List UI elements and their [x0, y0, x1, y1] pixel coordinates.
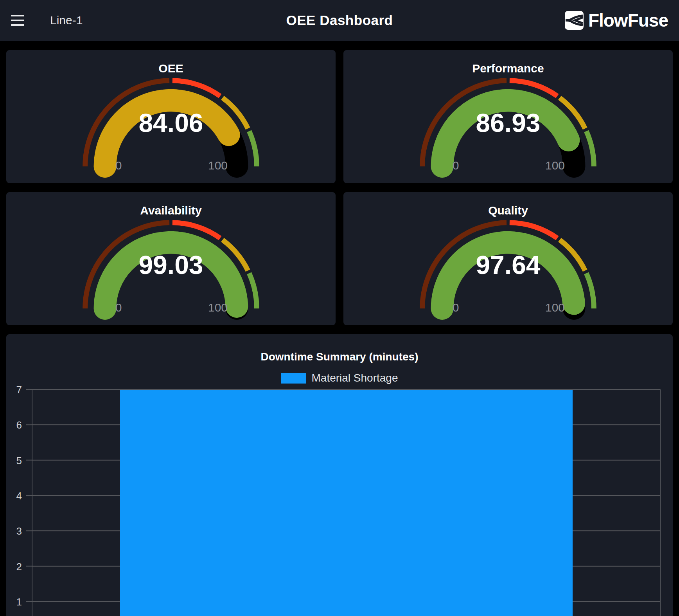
- page-title: OEE Dashboard: [286, 13, 393, 28]
- hamburger-icon: [11, 15, 24, 16]
- y-tick-label: 5: [16, 455, 22, 467]
- downtime-bar[interactable]: [120, 390, 573, 616]
- gauge-max-label: 100: [208, 159, 228, 172]
- y-tick-label: 1: [16, 596, 22, 608]
- chart-legend: Material Shortage: [6, 372, 673, 384]
- flowfuse-icon: [565, 11, 584, 30]
- gauge-value: 99.03: [6, 250, 336, 280]
- legend-item-material-shortage[interactable]: Material Shortage: [281, 372, 398, 384]
- gauge-min-label: 0: [453, 159, 459, 172]
- gauge-min-label: 0: [115, 301, 122, 314]
- gauge-value: 86.93: [343, 108, 673, 138]
- gauge-max-label: 100: [208, 301, 228, 314]
- flowfuse-logo: FlowFuse: [565, 10, 668, 31]
- gauge-card-availability: Availability 99.03 0 100: [6, 192, 336, 325]
- line-label: Line-1: [50, 14, 83, 27]
- gauge-max-label: 100: [545, 159, 565, 172]
- brand-name: FlowFuse: [588, 10, 668, 31]
- gauge-card-quality: Quality 97.64 0 100: [343, 192, 673, 325]
- app-header: Line-1 OEE Dashboard FlowFuse: [0, 0, 679, 41]
- downtime-chart-card: 7654321 Downtime Summary (minutes) Mater…: [6, 334, 673, 616]
- y-tick-label: 3: [16, 525, 22, 537]
- gauge-value: 84.06: [6, 108, 336, 138]
- dashboard-grid: OEE 84.06 0 100 Performance 86.93 0 100 …: [0, 41, 679, 616]
- y-tick-label: 6: [16, 419, 22, 431]
- gauge-value: 97.64: [343, 250, 673, 280]
- gauge-min-label: 0: [453, 301, 459, 314]
- chart-title: Downtime Summary (minutes): [6, 351, 673, 363]
- hamburger-menu-button[interactable]: [11, 12, 28, 29]
- y-tick-label: 2: [16, 561, 22, 573]
- legend-swatch: [281, 373, 306, 384]
- y-tick-label: 7: [16, 384, 22, 396]
- legend-label: Material Shortage: [311, 372, 398, 384]
- gauge-max-label: 100: [545, 301, 565, 314]
- y-tick-label: 4: [16, 490, 22, 502]
- gauge-min-label: 0: [115, 159, 122, 172]
- gauge-card-performance: Performance 86.93 0 100: [343, 50, 673, 183]
- gauge-card-oee: OEE 84.06 0 100: [6, 50, 336, 183]
